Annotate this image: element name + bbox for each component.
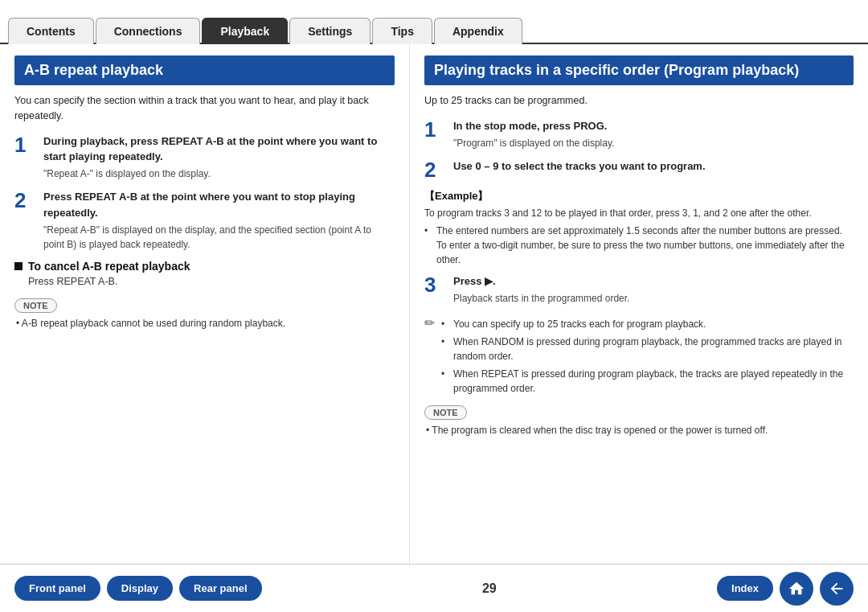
pencil-note-2: • When RANDOM is pressed during program … xyxy=(441,335,854,364)
tab-settings[interactable]: Settings xyxy=(289,18,371,44)
footer-left-buttons: Front panel Display Rear panel xyxy=(14,576,262,601)
left-step-1-content: During playback, press REPEAT A-B at the… xyxy=(43,133,395,182)
right-step-2-content: Use 0 – 9 to select the tracks you want … xyxy=(453,158,854,175)
left-step-2-content: Press REPEAT A-B at the point where you … xyxy=(43,189,395,252)
pencil-note-3: • When REPEAT is pressed during program … xyxy=(441,367,854,396)
home-button[interactable] xyxy=(780,572,813,606)
left-step-1-number: 1 xyxy=(14,133,37,157)
example-block: 【Example】 To program tracks 3 and 12 to … xyxy=(424,189,854,267)
bullet-dot-4-icon: • xyxy=(441,367,451,381)
bullet-dot-3-icon: • xyxy=(441,335,451,349)
right-step-1: 1 In the stop mode, press PROG. "Program… xyxy=(424,118,854,150)
right-section-title: Playing tracks in a specific order (Prog… xyxy=(424,55,854,85)
right-step-3-sub: Playback starts in the programmed order. xyxy=(453,291,854,306)
rear-panel-button[interactable]: Rear panel xyxy=(179,576,261,601)
right-step-2-number: 2 xyxy=(424,158,447,182)
home-icon xyxy=(788,580,805,598)
bullet-dot-icon: • xyxy=(424,224,434,238)
page-number: 29 xyxy=(262,581,718,596)
tab-appendix[interactable]: Appendix xyxy=(434,18,522,44)
left-step-1-sub: "Repeat A-" is displayed on the display. xyxy=(43,166,395,181)
right-note-text: • The program is cleared when the disc t… xyxy=(426,423,854,437)
pencil-icon: ✏ xyxy=(424,315,435,331)
left-intro: You can specify the section within a tra… xyxy=(14,93,395,124)
right-bullet-1-text: The entered numbers are set approximatel… xyxy=(436,224,854,267)
left-note-section: NOTE • A-B repeat playback cannot be use… xyxy=(14,294,395,331)
front-panel-button[interactable]: Front panel xyxy=(14,576,100,601)
right-intro: Up to 25 tracks can be programmed. xyxy=(424,93,854,109)
pencil-note-2-text: When RANDOM is pressed during program pl… xyxy=(453,335,854,364)
left-note-text: • A-B repeat playback cannot be used dur… xyxy=(16,316,395,331)
index-button[interactable]: Index xyxy=(717,576,773,601)
left-panel: A-B repeat playback You can specify the … xyxy=(0,44,410,564)
cancel-body: Press REPEAT A-B. xyxy=(28,276,395,287)
cancel-header: To cancel A-B repeat playback xyxy=(14,260,395,273)
right-step-3: 3 Press ▶. Playback starts in the progra… xyxy=(424,273,854,306)
square-bullet-icon xyxy=(14,262,23,270)
back-button[interactable] xyxy=(820,572,854,606)
right-step-1-sub: "Program" is displayed on the display. xyxy=(453,136,854,150)
right-panel: Playing tracks in a specific order (Prog… xyxy=(410,44,868,564)
tab-navigation: Contents Connections Playback Settings T… xyxy=(0,0,868,44)
tab-connections[interactable]: Connections xyxy=(96,18,201,44)
left-step-2-number: 2 xyxy=(14,189,37,212)
cancel-header-text: To cancel A-B repeat playback xyxy=(28,260,190,273)
right-bullet-1: • The entered numbers are set approximat… xyxy=(424,224,854,267)
footer: Front panel Display Rear panel 29 Index xyxy=(0,564,868,612)
right-step-2: 2 Use 0 – 9 to select the tracks you wan… xyxy=(424,158,854,182)
left-section-title: A-B repeat playback xyxy=(14,55,395,85)
pencil-note-1: • You can specify up to 25 tracks each f… xyxy=(441,317,854,331)
footer-right-buttons: Index xyxy=(717,572,854,606)
pencil-section: ✏ • You can specify up to 25 tracks each… xyxy=(424,314,854,396)
main-content: A-B repeat playback You can specify the … xyxy=(0,44,868,564)
right-step-2-main: Use 0 – 9 to select the tracks you want … xyxy=(453,160,706,172)
back-icon xyxy=(828,580,845,598)
left-step-2-main: Press REPEAT A-B at the point where you … xyxy=(43,191,355,219)
right-note-section: NOTE • The program is cleared when the d… xyxy=(424,400,854,437)
pencil-notes: • You can specify up to 25 tracks each f… xyxy=(441,314,854,396)
example-label: 【Example】 xyxy=(424,189,854,203)
right-step-3-content: Press ▶. Playback starts in the programm… xyxy=(453,273,854,306)
left-note-label: NOTE xyxy=(14,298,57,313)
pencil-note-1-text: You can specify up to 25 tracks each for… xyxy=(453,317,706,331)
tab-contents[interactable]: Contents xyxy=(8,18,94,44)
tab-tips[interactable]: Tips xyxy=(372,18,432,44)
right-step-3-main: Press ▶. xyxy=(453,275,496,287)
pencil-note-3-text: When REPEAT is pressed during program pl… xyxy=(453,367,854,396)
example-text: To program tracks 3 and 12 to be played … xyxy=(424,206,854,220)
right-step-3-number: 3 xyxy=(424,273,447,297)
right-step-1-main: In the stop mode, press PROG. xyxy=(453,120,607,132)
left-step-2: 2 Press REPEAT A-B at the point where yo… xyxy=(14,189,395,252)
right-note-label: NOTE xyxy=(424,405,467,420)
right-step-1-number: 1 xyxy=(424,118,447,142)
left-step-1: 1 During playback, press REPEAT A-B at t… xyxy=(14,133,395,182)
tab-playback[interactable]: Playback xyxy=(202,18,288,44)
right-step-1-content: In the stop mode, press PROG. "Program" … xyxy=(453,118,854,150)
display-button[interactable]: Display xyxy=(107,576,173,601)
left-step-1-main: During playback, press REPEAT A-B at the… xyxy=(43,135,377,163)
bullet-dot-2-icon: • xyxy=(441,317,451,331)
cancel-section: To cancel A-B repeat playback Press REPE… xyxy=(14,260,395,287)
left-step-2-sub: "Repeat A-B" is displayed on the display… xyxy=(43,223,395,252)
